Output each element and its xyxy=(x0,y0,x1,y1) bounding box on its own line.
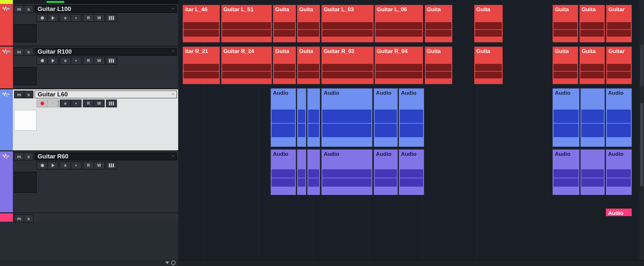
track-name-field[interactable]: Guitar R100 xyxy=(35,48,177,56)
read-automation-button[interactable]: R xyxy=(83,14,94,22)
audio-clip[interactable]: Guita xyxy=(273,5,296,42)
track-thumbnail[interactable] xyxy=(14,24,37,42)
track-color-spine[interactable]: 29 xyxy=(0,4,13,46)
record-arm-button[interactable] xyxy=(37,14,48,22)
monitor-button[interactable] xyxy=(48,162,58,169)
audio-clip[interactable]: Guitar L_06 xyxy=(375,5,423,42)
audio-clip[interactable] xyxy=(580,88,605,147)
track-row[interactable]: 29 m s Guitar L100 e ∘ xyxy=(0,4,178,46)
mute-button[interactable]: m xyxy=(14,5,24,13)
audio-clip[interactable]: Guitar L_51 xyxy=(221,5,272,42)
audio-clip[interactable]: Audio xyxy=(271,149,296,195)
freeze-button[interactable]: ∘ xyxy=(71,57,82,65)
solo-button[interactable]: s xyxy=(24,48,33,56)
gear-icon[interactable] xyxy=(171,261,176,265)
record-arm-button[interactable] xyxy=(37,162,48,169)
timeline-panel[interactable]: itar L_46 Guitar L_51 Guita Guita Guitar… xyxy=(178,0,644,266)
track-name-field[interactable]: Guitar L100 xyxy=(35,5,177,13)
audio-clip[interactable]: itar R_21 xyxy=(183,47,220,84)
write-automation-button[interactable]: W xyxy=(94,57,105,65)
track-name-field[interactable]: Guitar R60 xyxy=(35,153,177,160)
write-automation-button[interactable]: W xyxy=(94,162,105,169)
track-color-spine[interactable]: 30 xyxy=(0,47,13,88)
audio-clip[interactable]: Audio xyxy=(553,88,579,147)
solo-button[interactable]: s xyxy=(24,153,33,160)
audio-clip[interactable]: Guita xyxy=(474,5,503,42)
audio-clip[interactable]: Audio xyxy=(374,88,398,147)
chevron-down-icon[interactable] xyxy=(171,93,175,96)
audio-clip[interactable]: Guita xyxy=(297,47,320,84)
write-automation-button[interactable]: W xyxy=(94,14,105,22)
channel-edit-button[interactable]: e xyxy=(60,14,71,22)
audio-clip[interactable]: Audio xyxy=(606,208,632,216)
lanes-button[interactable] xyxy=(106,14,117,22)
audio-clip[interactable]: Guita xyxy=(579,47,605,84)
audio-clip[interactable] xyxy=(307,149,320,195)
monitor-button[interactable] xyxy=(48,100,58,107)
track-thumbnail[interactable] xyxy=(14,172,37,193)
solo-button[interactable]: s xyxy=(24,5,33,13)
track-name-field[interactable]: Guitar L60 xyxy=(35,91,177,98)
audio-clip[interactable] xyxy=(297,149,306,195)
chevron-down-icon[interactable] xyxy=(171,51,175,53)
solo-button[interactable]: s xyxy=(24,91,33,98)
audio-clip[interactable]: Guita xyxy=(273,47,296,84)
audio-clip[interactable]: itar L_46 xyxy=(183,5,220,42)
record-arm-button[interactable] xyxy=(37,100,48,107)
read-automation-button[interactable]: R xyxy=(83,100,94,107)
audio-clip[interactable]: Guitar R_04 xyxy=(375,47,423,84)
mute-button[interactable]: m xyxy=(14,91,24,98)
audio-clip[interactable] xyxy=(580,149,605,195)
track-row[interactable]: 30 m s Guitar R100 e ∘ xyxy=(0,47,178,88)
lanes-button[interactable] xyxy=(106,162,117,169)
track-color-spine[interactable]: 32 xyxy=(0,151,13,212)
record-arm-button[interactable] xyxy=(37,57,48,65)
track-row[interactable]: 32 m s Guitar R60 e ∘ xyxy=(0,151,178,212)
audio-clip[interactable]: Audio xyxy=(399,88,424,147)
track-row[interactable]: 31 m s Guitar L60 e ∘ xyxy=(0,89,178,150)
audio-clip[interactable]: Audio xyxy=(399,149,424,195)
monitor-button[interactable] xyxy=(48,14,58,22)
audio-clip[interactable]: Guitar R_24 xyxy=(221,47,272,84)
chevron-down-icon[interactable] xyxy=(171,155,175,158)
audio-clip[interactable]: Guitar L_03 xyxy=(321,5,374,42)
audio-clip[interactable]: Guita xyxy=(553,47,578,84)
audio-clip[interactable] xyxy=(297,88,306,147)
audio-clip[interactable]: Guitar xyxy=(606,5,631,42)
audio-clip[interactable]: Audio xyxy=(606,88,632,147)
read-automation-button[interactable]: R xyxy=(83,162,94,169)
audio-clip[interactable]: Guitar R_03 xyxy=(321,47,374,84)
track-thumbnail[interactable] xyxy=(14,67,37,85)
audio-clip[interactable]: Audio xyxy=(606,149,632,195)
chevron-down-icon[interactable] xyxy=(171,8,175,10)
audio-clip[interactable]: Guita xyxy=(474,47,503,84)
channel-edit-button[interactable]: e xyxy=(60,57,71,65)
audio-clip[interactable]: Guita xyxy=(579,5,605,42)
scroll-thumb[interactable] xyxy=(640,103,643,186)
audio-clip[interactable]: Audio xyxy=(374,149,398,195)
audio-clip[interactable]: Guita xyxy=(553,5,578,42)
audio-clip[interactable]: Audio xyxy=(271,88,296,147)
channel-edit-button[interactable]: e xyxy=(60,162,71,169)
audio-clip[interactable]: Audio xyxy=(321,149,372,195)
audio-clip[interactable]: Guita xyxy=(425,47,452,84)
lanes-button[interactable] xyxy=(106,57,117,65)
track-thumbnail[interactable] xyxy=(14,110,37,131)
track-color-spine[interactable] xyxy=(0,213,13,222)
solo-button[interactable]: s xyxy=(24,215,33,222)
vertical-scrollbar[interactable] xyxy=(640,0,644,266)
mute-button[interactable]: m xyxy=(14,153,24,160)
audio-clip[interactable]: Audio xyxy=(553,149,579,195)
freeze-button[interactable]: ∘ xyxy=(71,14,82,22)
lanes-button[interactable] xyxy=(106,100,117,107)
read-automation-button[interactable]: R xyxy=(83,57,94,65)
mute-button[interactable]: m xyxy=(14,48,24,56)
channel-edit-button[interactable]: e xyxy=(60,100,71,107)
track-color-spine[interactable]: 31 xyxy=(0,89,13,150)
mute-button[interactable]: m xyxy=(14,215,24,222)
freeze-button[interactable]: ∘ xyxy=(71,100,82,107)
audio-clip[interactable]: Guita xyxy=(297,5,320,42)
expand-icon[interactable] xyxy=(165,262,169,264)
audio-clip[interactable]: Audio xyxy=(321,88,372,147)
audio-clip[interactable]: Guita xyxy=(425,5,452,42)
